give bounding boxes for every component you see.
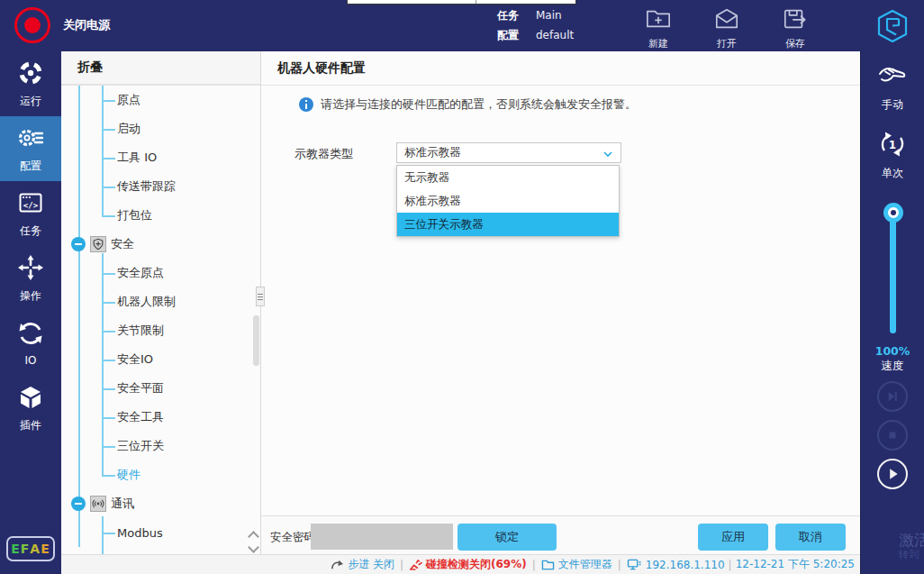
config-label: 配置	[497, 28, 528, 43]
tree-item-packing-position[interactable]: 打包位	[61, 201, 260, 230]
separator: |	[729, 559, 732, 571]
tree-scroll-buttons	[248, 531, 258, 552]
lock-button[interactable]: 锁定	[457, 524, 557, 551]
tree-item-startup[interactable]: 启动	[61, 114, 260, 143]
collapse-minus-icon[interactable]	[71, 497, 86, 511]
separator: |	[618, 559, 621, 571]
action-bar: 安全密码 : 锁定 应用 取消	[261, 515, 860, 554]
tree-item-three-position-switch[interactable]: 三位开关	[61, 432, 260, 460]
offscreen-window-edge	[347, 0, 576, 5]
sidebar-item-label: 插件	[20, 418, 41, 433]
tree-item-joint-limits[interactable]: 关节限制	[61, 316, 260, 345]
tree-item-label: 安全工具	[117, 409, 164, 425]
task-config-info: 任务 Main 配置 default	[497, 5, 574, 45]
sidebar-item-label: 操作	[20, 288, 41, 304]
tree-item-safety-origin[interactable]: 安全原点	[61, 259, 260, 287]
hand-icon	[876, 64, 909, 95]
power-label: 关闭电源	[63, 17, 110, 33]
dropdown-options-list: 无示教器 标准示教器 三位开关示教器	[396, 165, 620, 237]
network-info: 192.168.1.110|12-12-21 下午 5:20:25	[627, 557, 855, 572]
collapse-minus-icon[interactable]	[71, 237, 86, 251]
separator: |	[532, 559, 536, 571]
svg-text:1: 1	[889, 139, 896, 151]
tree-item-label: 启动	[117, 121, 140, 137]
tree-item-label: 打包位	[117, 207, 152, 223]
tree-item-label: 安全平面	[117, 380, 164, 396]
sidebar-item-io[interactable]: IO	[0, 311, 61, 376]
tree-item-hardware-selected[interactable]: 硬件	[61, 460, 260, 489]
manual-mode-button[interactable]: 手动	[861, 64, 924, 113]
tree-item-safety-io[interactable]: 安全IO	[61, 345, 260, 374]
sidebar-item-config[interactable]: 配置	[0, 116, 61, 181]
power-group: 关闭电源	[14, 7, 110, 43]
pendant-type-dropdown[interactable]: 标准示教器	[396, 142, 621, 163]
dropdown-option-standard[interactable]: 标准示教器	[397, 189, 619, 213]
page-title: 机器人硬件配置	[261, 51, 860, 86]
tree-item-label: 硬件	[117, 467, 140, 483]
collision-icon	[409, 558, 422, 571]
new-button[interactable]: 新建	[633, 6, 684, 50]
separator: |	[400, 559, 403, 571]
stop-icon	[882, 424, 903, 446]
tree-item-label: Modbus	[117, 526, 163, 540]
efae-letter: A	[30, 542, 41, 556]
broadcast-icon	[90, 496, 106, 512]
single-cycle-icon: 1	[877, 129, 908, 163]
tree-item-tool-io[interactable]: 工具 IO	[61, 143, 260, 172]
scroll-down-icon[interactable]	[248, 544, 258, 552]
tree-item-label: 三位开关	[117, 438, 164, 454]
save-button[interactable]: 保存	[770, 6, 820, 50]
step-status[interactable]: 步进 关闭	[331, 557, 394, 572]
tree-item-modbus[interactable]: Modbus	[61, 518, 260, 547]
tree-item-origin[interactable]: 原点	[61, 86, 260, 114]
panel-splitter-handle[interactable]	[256, 287, 265, 306]
sidebar-item-run[interactable]: 运行	[0, 51, 61, 116]
file-manager-link[interactable]: 文件管理器	[541, 557, 612, 572]
shield-plus-icon	[90, 236, 106, 252]
clipped-text-line1: 激活	[899, 532, 924, 550]
jog-sidebar: 手动 1 单次 100% 速度	[860, 51, 924, 574]
info-message: 请选择与连接的硬件匹配的配置，否则系统会触发安全报警。	[299, 96, 637, 113]
single-label: 单次	[882, 166, 903, 181]
power-button[interactable]	[14, 7, 50, 43]
stop-button[interactable]	[877, 420, 908, 451]
info-text: 请选择与连接的硬件匹配的配置，否则系统会触发安全报警。	[321, 96, 637, 113]
save-label: 保存	[785, 37, 805, 50]
open-button[interactable]: 打开	[702, 6, 752, 50]
tree-item-safety-tool[interactable]: 安全工具	[61, 403, 260, 432]
speed-slider-track[interactable]	[890, 214, 896, 333]
apply-button[interactable]: 应用	[698, 524, 768, 551]
single-cycle-button[interactable]: 1 单次	[861, 129, 924, 181]
code-window-icon: </>	[17, 189, 44, 220]
cancel-button[interactable]: 取消	[775, 524, 846, 551]
tree-group-safety[interactable]: 安全	[61, 230, 260, 259]
datetime: 12-12-21 下午 5:20:25	[736, 557, 855, 572]
tree-item-conveyor-tracking[interactable]: 传送带跟踪	[61, 172, 260, 201]
sidebar-item-label: IO	[25, 354, 37, 367]
play-button[interactable]	[877, 459, 908, 489]
tree-item-label: 机器人限制	[117, 294, 176, 310]
tree-item-label: 传送带跟踪	[117, 178, 176, 195]
tree-collapse-header[interactable]: 折叠	[61, 51, 260, 86]
play-icon	[882, 463, 903, 485]
tree-item-robot-limits[interactable]: 机器人限制	[61, 287, 260, 316]
sidebar-item-operate[interactable]: 操作	[0, 246, 61, 311]
efae-letter: F	[21, 542, 31, 556]
efae-letter: E	[11, 542, 21, 556]
safety-password-input[interactable]	[311, 524, 453, 550]
dropdown-option-three-position[interactable]: 三位开关示教器	[397, 213, 619, 236]
collision-status[interactable]: 碰撞检测关闭(69%)	[409, 557, 527, 572]
sidebar-item-plugin[interactable]: 插件	[0, 376, 61, 441]
tree-item-label: 安全	[111, 236, 134, 252]
tree-scrollbar-thumb[interactable]	[253, 315, 259, 366]
sidebar-item-task[interactable]: </> 任务	[0, 181, 61, 246]
speed-slider-handle[interactable]	[883, 203, 903, 223]
dropdown-option-none[interactable]: 无示教器	[397, 166, 619, 189]
step-forward-button[interactable]	[877, 381, 908, 412]
tree-group-communication[interactable]: 通讯	[61, 489, 260, 518]
sidebar-item-label: 配置	[20, 159, 41, 174]
topbar-actions: 新建 打开 保存	[633, 6, 820, 50]
task-value: Main	[536, 9, 562, 22]
tree-item-safety-plane[interactable]: 安全平面	[61, 374, 260, 403]
scroll-up-icon[interactable]	[248, 531, 258, 539]
